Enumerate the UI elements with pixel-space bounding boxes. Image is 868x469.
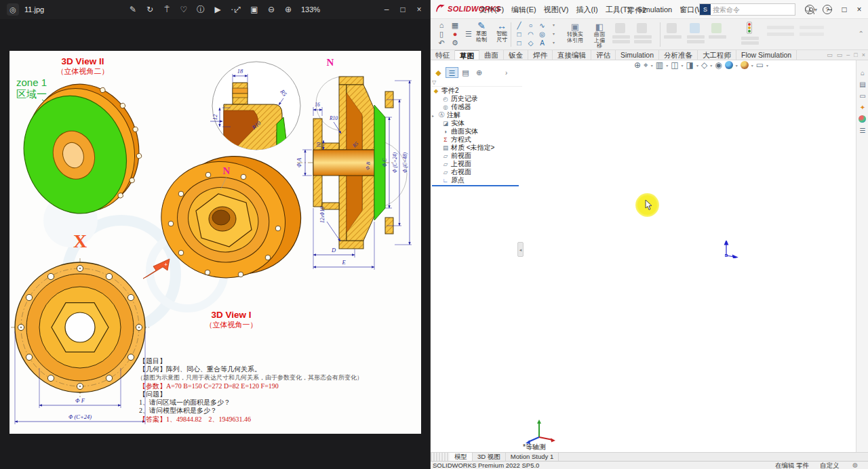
ellipse-tool-icon[interactable]: ◎: [536, 30, 548, 39]
rotate-icon[interactable]: ↻: [144, 5, 155, 14]
undo-icon[interactable]: ↶: [435, 39, 448, 47]
status-globe-icon[interactable]: ◍: [852, 462, 858, 469]
sketch-picture-icon[interactable]: [711, 23, 722, 33]
favorite-icon[interactable]: ♡: [178, 5, 189, 14]
line-tool-icon[interactable]: ╱: [513, 21, 525, 30]
circle-tool-icon[interactable]: ○: [525, 21, 536, 30]
rectangle-tool-icon[interactable]: □: [513, 30, 525, 39]
sw-maximize-button[interactable]: □: [837, 0, 852, 19]
apply-scene-icon[interactable]: [741, 61, 749, 69]
graphics-area[interactable]: ⊕ ⌖▾ ▥▾ ◫▾ ◨▾ ◇▾ ◉ ▾ ▾ ▭▾ ◆ ☰ ▤ ⊕ ›: [431, 60, 856, 452]
delete-icon[interactable]: ⍑: [161, 5, 172, 14]
spline-tool-icon[interactable]: ∿: [536, 21, 548, 30]
doc-close-icon[interactable]: ×: [862, 50, 865, 60]
zoom-out-icon[interactable]: ⊖: [266, 5, 277, 14]
zoom-area-icon[interactable]: ⌖: [644, 60, 648, 70]
section-view-icon[interactable]: ▥: [656, 60, 663, 70]
tree-item-history[interactable]: ◴ 历史记录: [432, 95, 522, 103]
tree-item-right-plane[interactable]: ▱ 右视面: [432, 168, 522, 176]
slideshow-icon[interactable]: ▶: [212, 5, 223, 14]
fullscreen-icon[interactable]: ⤢: [232, 5, 243, 14]
propertymanager-icon[interactable]: ▤: [459, 67, 472, 78]
rebuild-icon[interactable]: ●: [448, 30, 462, 39]
info-icon[interactable]: ⓘ: [195, 4, 206, 16]
options-gear-icon[interactable]: ⚙: [448, 39, 462, 47]
tree-item-origin[interactable]: ∟ 原点: [432, 176, 522, 184]
tab-sketch[interactable]: 草图: [455, 50, 479, 60]
tab-scroll-area[interactable]: [431, 453, 450, 461]
design-library-icon[interactable]: ▤: [856, 79, 868, 90]
annotation-view-icon[interactable]: ◉: [715, 60, 722, 70]
close-button[interactable]: ×: [411, 0, 427, 19]
tree-item-annotations[interactable]: ▸ Ⓐ 注解: [432, 111, 522, 119]
panel-collapse-handle[interactable]: ◂: [517, 242, 524, 257]
doc-minimize-icon[interactable]: –: [846, 50, 850, 60]
display-relations-icon[interactable]: [747, 22, 752, 34]
sketch-button[interactable]: ✎ 草图 绘制: [471, 21, 492, 43]
hide-show-items-icon[interactable]: ◇: [701, 60, 707, 70]
appearances-scenes-icon[interactable]: [859, 115, 866, 123]
user-account-icon[interactable]: [805, 5, 814, 14]
tab-evaluate[interactable]: 评估: [591, 50, 616, 60]
text-tool-icon[interactable]: A: [536, 39, 548, 47]
tab-simulation[interactable]: Simulation: [616, 50, 659, 60]
menu-insert[interactable]: 插入(I): [576, 5, 597, 15]
photo-image[interactable]: 3D View II （立体视角二） zone 1 区域一 X: [9, 51, 421, 434]
file-explorer-icon[interactable]: ▭: [856, 90, 868, 102]
sw-minimize-button[interactable]: –: [822, 0, 837, 19]
menu-tools[interactable]: 工具(T): [606, 5, 630, 15]
doc-ctl-icon[interactable]: ▭: [837, 50, 843, 60]
tab-analysis-prep[interactable]: 分析准备: [659, 50, 698, 60]
tab-3d-views[interactable]: 3D 视图: [473, 453, 506, 461]
command-search[interactable]: S ▾: [699, 3, 795, 16]
tree-item-top-plane[interactable]: ▱ 上视面: [432, 160, 522, 168]
save-icon[interactable]: ▦: [448, 21, 462, 30]
tab-model[interactable]: 模型: [450, 453, 473, 461]
view-palette-icon[interactable]: ✦: [856, 102, 868, 113]
collapse-toolbar-icon[interactable]: ⌃: [859, 30, 864, 37]
custom-properties-icon[interactable]: ☰: [856, 125, 868, 136]
tab-motion-study[interactable]: Motion Study 1: [506, 453, 559, 461]
expand-arrow-icon[interactable]: ▸: [432, 113, 437, 118]
quick-snaps-icon[interactable]: [690, 23, 700, 33]
menu-file[interactable]: 文件(F): [479, 5, 504, 15]
dimxpert-icon[interactable]: ⊕: [473, 67, 486, 78]
tree-item-sensors[interactable]: ◎ 传感器: [432, 103, 522, 111]
displaymanager-icon[interactable]: [486, 67, 499, 78]
slot-tool-icon[interactable]: □: [513, 39, 525, 47]
doc-ctl-icon[interactable]: ▭: [827, 50, 833, 60]
search-caret-icon[interactable]: ▾: [814, 7, 817, 13]
polygon-tool-icon[interactable]: ◇: [525, 39, 536, 47]
minimize-button[interactable]: –: [378, 0, 395, 19]
display-style-icon[interactable]: ◨: [686, 60, 694, 70]
tab-weldments[interactable]: 焊件: [528, 50, 553, 60]
sw-resources-icon[interactable]: ⌂: [856, 67, 868, 79]
featuremanager-part-icon[interactable]: ◆: [432, 67, 445, 78]
sw-close-button[interactable]: ×: [852, 0, 867, 19]
tab-direct-editing[interactable]: 直接编辑: [553, 50, 591, 60]
home-icon[interactable]: ⌂: [435, 21, 448, 30]
tab-da-gongchengshi[interactable]: 大工程师: [698, 50, 736, 60]
surface-offset-button[interactable]: ◧ 曲面 上偏 移: [588, 22, 611, 49]
view-settings-icon[interactable]: ▭: [756, 60, 764, 70]
maximize-button[interactable]: □: [395, 0, 411, 19]
fit-to-window-icon[interactable]: ▣: [249, 5, 260, 14]
edit-appearance-icon[interactable]: [725, 61, 733, 69]
panel-expand-icon[interactable]: ›: [505, 69, 507, 77]
convert-entities-button[interactable]: ▣ 转换实 体引用: [564, 22, 587, 43]
new-doc-icon[interactable]: ▯: [435, 30, 448, 39]
custom-status[interactable]: 自定义: [820, 462, 840, 469]
tree-item-surface-bodies[interactable]: ◗ 曲面实体: [432, 127, 522, 136]
doc-restore-icon[interactable]: □: [854, 50, 857, 60]
tree-item-material[interactable]: ▤ 材质 <未指定>: [432, 144, 522, 152]
search-input[interactable]: [711, 6, 804, 14]
tab-surfaces[interactable]: 曲面: [479, 50, 504, 60]
arc-tool-icon[interactable]: ◠: [525, 30, 536, 39]
tab-features[interactable]: 特征: [431, 50, 455, 60]
zoom-in-icon[interactable]: ⊕: [283, 5, 294, 14]
smart-dimension-button[interactable]: ↔ 智能 尺寸: [492, 21, 512, 43]
zoom-fit-icon[interactable]: ⊕: [634, 60, 641, 70]
tree-item-front-plane[interactable]: ▱ 前视面: [432, 152, 522, 160]
menu-view[interactable]: 视图(V): [544, 5, 569, 15]
rollback-bar[interactable]: [432, 185, 519, 186]
